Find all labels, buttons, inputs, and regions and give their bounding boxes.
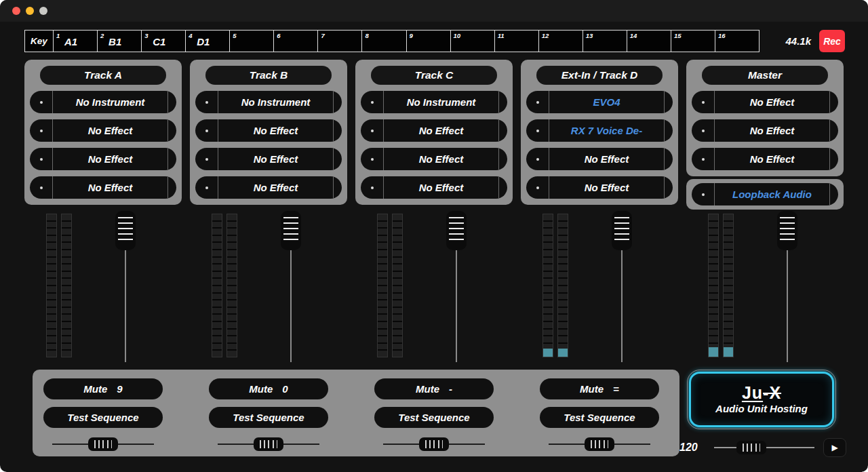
track-title-button[interactable]: Track B — [205, 66, 332, 85]
plugin-slot[interactable]: Loopback Audio — [692, 183, 838, 205]
plugin-slot[interactable]: No Effect — [195, 119, 342, 142]
key-slot-2[interactable]: 2B1 — [97, 31, 141, 52]
slot-indicator[interactable] — [195, 91, 218, 113]
key-slot-4[interactable]: 4D1 — [185, 31, 229, 52]
slot-dot-icon — [536, 130, 539, 132]
slider-handle[interactable] — [88, 437, 118, 451]
slot-indicator[interactable] — [692, 91, 715, 113]
slot-indicator[interactable] — [30, 176, 53, 199]
key-slot-14[interactable]: 14 — [627, 31, 671, 52]
tempo-value[interactable]: 120 — [679, 441, 705, 454]
slot-indicator[interactable] — [195, 148, 218, 170]
slot-indicator[interactable] — [526, 119, 549, 142]
track-title-button[interactable]: Track A — [40, 66, 166, 85]
test-sequence-button[interactable]: Test Sequence — [374, 407, 494, 428]
slot-indicator[interactable] — [692, 183, 715, 205]
plugin-slot[interactable]: No Effect — [526, 176, 673, 199]
fader-handle[interactable] — [777, 211, 797, 250]
plugin-slot[interactable]: No Effect — [195, 148, 342, 170]
key-slot-16[interactable]: 16 — [715, 31, 759, 52]
mute-button[interactable]: Mute- — [374, 378, 494, 399]
zoom-button[interactable] — [39, 7, 47, 15]
slot-indicator[interactable] — [30, 148, 53, 170]
plugin-slot[interactable]: No Effect — [526, 148, 673, 170]
track-title-button[interactable]: Master — [702, 66, 828, 85]
slider-handle[interactable] — [254, 437, 283, 451]
volume-fader[interactable] — [115, 211, 136, 364]
volume-fader[interactable] — [612, 211, 632, 364]
plugin-slot[interactable]: No Effect — [692, 148, 838, 170]
volume-fader[interactable] — [281, 211, 301, 364]
track-level-slider[interactable] — [549, 437, 650, 451]
slider-handle[interactable] — [419, 437, 449, 451]
slot-indicator[interactable] — [361, 176, 384, 199]
key-slot-8[interactable]: 8 — [361, 31, 406, 52]
mute-button[interactable]: Mute0 — [209, 378, 328, 399]
plugin-slot[interactable]: No Effect — [195, 176, 342, 199]
plugin-slot[interactable]: RX 7 Voice De- — [526, 119, 673, 142]
rec-button[interactable]: Rec — [819, 30, 845, 52]
mute-button[interactable]: Mute= — [540, 378, 659, 399]
plugin-slot[interactable]: No Effect — [361, 176, 507, 199]
plugin-slot[interactable]: No Effect — [30, 148, 176, 170]
track-level-slider[interactable] — [383, 437, 485, 451]
key-slot-1[interactable]: 1A1 — [53, 31, 97, 52]
volume-fader[interactable] — [446, 211, 467, 364]
plugin-slot[interactable]: No Effect — [692, 91, 838, 113]
plugin-slot[interactable]: No Instrument — [30, 91, 176, 113]
key-slot-12[interactable]: 12 — [538, 31, 583, 52]
key-slot-11[interactable]: 11 — [494, 31, 538, 52]
slot-cap — [664, 148, 673, 170]
key-slot-7[interactable]: 7 — [317, 31, 361, 52]
plugin-slot[interactable]: No Instrument — [195, 91, 342, 113]
plugin-slot[interactable]: No Effect — [361, 119, 507, 142]
track-title-button[interactable]: Ext-In / Track D — [536, 66, 663, 85]
plugin-slot[interactable]: No Effect — [30, 176, 176, 199]
plugin-slot[interactable]: No Effect — [692, 119, 838, 142]
test-sequence-button[interactable]: Test Sequence — [43, 407, 163, 428]
slot-indicator[interactable] — [692, 119, 715, 142]
key-slot-6[interactable]: 6 — [273, 31, 317, 52]
slot-indicator[interactable] — [361, 91, 384, 113]
track-title-button[interactable]: Track C — [371, 66, 497, 85]
mute-label: Mute — [249, 383, 273, 395]
track-level-slider[interactable] — [218, 437, 319, 451]
key-slot-3[interactable]: 3C1 — [141, 31, 185, 52]
key-slot-number: 10 — [454, 32, 461, 39]
plugin-slot[interactable]: No Effect — [30, 119, 176, 142]
slot-indicator[interactable] — [195, 176, 218, 199]
key-slot-13[interactable]: 13 — [583, 31, 627, 52]
slot-indicator[interactable] — [692, 148, 715, 170]
close-button[interactable] — [12, 7, 20, 15]
test-sequence-button[interactable]: Test Sequence — [209, 407, 328, 428]
slot-indicator[interactable] — [195, 119, 218, 142]
fader-handle[interactable] — [446, 211, 467, 250]
slot-indicator[interactable] — [526, 148, 549, 170]
test-sequence-button[interactable]: Test Sequence — [540, 407, 659, 428]
mute-button[interactable]: Mute9 — [43, 378, 163, 399]
slot-indicator[interactable] — [361, 148, 384, 170]
meter-signal — [724, 347, 733, 357]
slider-handle[interactable] — [585, 437, 614, 451]
minimize-button[interactable] — [26, 7, 34, 15]
fader-handle[interactable] — [115, 211, 136, 250]
slot-indicator[interactable] — [361, 119, 384, 142]
tempo-slider[interactable] — [714, 441, 814, 454]
tempo-slider-handle[interactable] — [736, 441, 766, 454]
key-slot-15[interactable]: 15 — [671, 31, 715, 52]
fader-handle[interactable] — [612, 211, 632, 250]
plugin-slot[interactable]: No Instrument — [361, 91, 507, 113]
slot-indicator[interactable] — [30, 119, 53, 142]
slot-indicator[interactable] — [526, 176, 549, 199]
plugin-slot[interactable]: No Effect — [361, 148, 507, 170]
key-slot-5[interactable]: 5 — [229, 31, 273, 52]
key-slot-10[interactable]: 10 — [450, 31, 494, 52]
slot-indicator[interactable] — [526, 91, 549, 113]
volume-fader[interactable] — [777, 211, 797, 364]
key-slot-9[interactable]: 9 — [406, 31, 450, 52]
plugin-slot[interactable]: EVO4 — [526, 91, 673, 113]
play-button[interactable]: ▶ — [823, 438, 846, 457]
track-level-slider[interactable] — [52, 437, 154, 451]
fader-handle[interactable] — [281, 211, 301, 250]
slot-indicator[interactable] — [30, 91, 53, 113]
